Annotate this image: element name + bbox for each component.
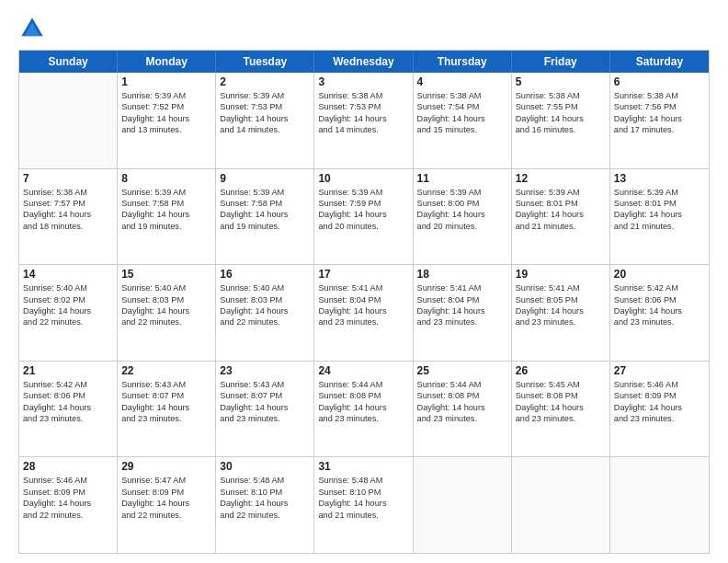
cell-info-line: Sunset: 7:58 PM (121, 198, 211, 209)
cell-info-line: Sunrise: 5:45 AM (516, 379, 606, 390)
cell-info-line: Daylight: 14 hours (23, 498, 113, 509)
day-number: 16 (220, 268, 310, 281)
cell-info-line: Sunset: 8:03 PM (220, 294, 310, 305)
cell-info-line: Sunset: 8:01 PM (614, 198, 705, 209)
day-number: 6 (614, 75, 705, 88)
day-number: 14 (23, 268, 113, 281)
day-number: 18 (417, 268, 507, 281)
cell-info-line: and 22 minutes. (23, 316, 113, 327)
weekday-header-wednesday: Wednesday (314, 51, 413, 73)
day-cell-24: 24Sunrise: 5:44 AMSunset: 8:08 PMDayligh… (314, 362, 413, 457)
day-number: 19 (516, 268, 606, 281)
day-cell-28: 28Sunrise: 5:46 AMSunset: 8:09 PMDayligh… (19, 457, 118, 553)
cell-info-line: and 21 minutes. (318, 510, 408, 521)
cell-info-line: Sunset: 7:58 PM (220, 198, 310, 209)
day-number: 5 (516, 75, 606, 88)
day-number: 20 (614, 268, 705, 281)
weekday-header-monday: Monday (118, 51, 216, 73)
cell-info-line: and 23 minutes. (318, 316, 408, 327)
cell-info-line: Sunset: 8:09 PM (121, 487, 211, 498)
cell-info-line: Sunset: 7:55 PM (516, 101, 606, 112)
day-number: 4 (417, 75, 507, 88)
cell-info-line: Sunset: 8:07 PM (121, 390, 211, 401)
day-cell-19: 19Sunrise: 5:41 AMSunset: 8:05 PMDayligh… (512, 265, 610, 361)
cell-info-line: Sunrise: 5:39 AM (614, 187, 705, 198)
day-number: 12 (516, 172, 606, 185)
cell-info-line: and 23 minutes. (220, 413, 310, 424)
cell-info-line: and 22 minutes. (220, 510, 310, 521)
cell-info-line: Sunrise: 5:48 AM (220, 475, 310, 486)
cell-info-line: Sunset: 8:04 PM (318, 294, 408, 305)
day-number: 9 (220, 172, 310, 185)
header (18, 15, 710, 42)
day-cell-4: 4Sunrise: 5:38 AMSunset: 7:54 PMDaylight… (414, 73, 512, 168)
cell-info-line: Sunrise: 5:39 AM (121, 187, 211, 198)
cell-info-line: Sunset: 8:04 PM (417, 294, 507, 305)
cell-info-line: Daylight: 14 hours (121, 113, 211, 124)
calendar-row-4: 28Sunrise: 5:46 AMSunset: 8:09 PMDayligh… (19, 456, 709, 553)
cell-info-line: Daylight: 14 hours (516, 305, 606, 316)
day-number: 31 (318, 460, 408, 473)
cell-info-line: Sunrise: 5:41 AM (516, 282, 606, 293)
cell-info-line: Sunrise: 5:41 AM (417, 282, 507, 293)
calendar-header: SundayMondayTuesdayWednesdayThursdayFrid… (19, 51, 709, 73)
cell-info-line: Sunrise: 5:40 AM (220, 282, 310, 293)
cell-info-line: Sunset: 8:10 PM (318, 487, 408, 498)
cell-info-line: and 17 minutes. (614, 124, 705, 135)
calendar: SundayMondayTuesdayWednesdayThursdayFrid… (18, 50, 710, 554)
cell-info-line: and 21 minutes. (614, 221, 705, 232)
cell-info-line: Daylight: 14 hours (614, 305, 705, 316)
weekday-header-tuesday: Tuesday (216, 51, 314, 73)
cell-info-line: Sunrise: 5:48 AM (318, 475, 408, 486)
cell-info-line: and 21 minutes. (516, 221, 606, 232)
cell-info-line: and 22 minutes. (220, 316, 310, 327)
day-cell-1: 1Sunrise: 5:39 AMSunset: 7:52 PMDaylight… (118, 73, 216, 168)
cell-info-line: Daylight: 14 hours (220, 498, 310, 509)
weekday-header-saturday: Saturday (610, 51, 709, 73)
cell-info-line: Sunset: 8:01 PM (516, 198, 606, 209)
cell-info-line: Sunset: 7:52 PM (121, 101, 211, 112)
day-cell-9: 9Sunrise: 5:39 AMSunset: 7:58 PMDaylight… (216, 169, 314, 265)
day-cell-17: 17Sunrise: 5:41 AMSunset: 8:04 PMDayligh… (314, 265, 413, 361)
calendar-row-0: 1Sunrise: 5:39 AMSunset: 7:52 PMDaylight… (19, 73, 709, 168)
logo (18, 15, 50, 42)
day-number: 26 (516, 364, 606, 377)
day-cell-31: 31Sunrise: 5:48 AMSunset: 8:10 PMDayligh… (314, 457, 413, 553)
cell-info-line: Daylight: 14 hours (220, 113, 310, 124)
day-number: 2 (220, 75, 310, 88)
day-number: 27 (614, 364, 705, 377)
cell-info-line: and 23 minutes. (23, 413, 113, 424)
cell-info-line: Sunset: 8:05 PM (516, 294, 606, 305)
cell-info-line: Sunset: 8:09 PM (614, 390, 705, 401)
weekday-header-friday: Friday (512, 51, 610, 73)
cell-info-line: Sunrise: 5:38 AM (614, 90, 705, 101)
cell-info-line: and 22 minutes. (23, 510, 113, 521)
cell-info-line: Sunrise: 5:44 AM (318, 379, 408, 390)
cell-info-line: Daylight: 14 hours (121, 209, 211, 220)
cell-info-line: Daylight: 14 hours (220, 402, 310, 413)
empty-cell (610, 457, 709, 553)
cell-info-line: Sunrise: 5:40 AM (23, 282, 113, 293)
cell-info-line: and 23 minutes. (614, 316, 705, 327)
day-cell-2: 2Sunrise: 5:39 AMSunset: 7:53 PMDaylight… (216, 73, 314, 168)
day-cell-22: 22Sunrise: 5:43 AMSunset: 8:07 PMDayligh… (118, 362, 216, 457)
cell-info-line: Sunset: 8:10 PM (220, 487, 310, 498)
day-number: 25 (417, 364, 507, 377)
cell-info-line: Daylight: 14 hours (23, 305, 113, 316)
day-cell-5: 5Sunrise: 5:38 AMSunset: 7:55 PMDaylight… (512, 73, 610, 168)
cell-info-line: and 19 minutes. (220, 221, 310, 232)
calendar-row-3: 21Sunrise: 5:42 AMSunset: 8:06 PMDayligh… (19, 361, 709, 457)
cell-info-line: Sunset: 7:53 PM (318, 101, 408, 112)
cell-info-line: and 18 minutes. (23, 221, 113, 232)
cell-info-line: Daylight: 14 hours (23, 209, 113, 220)
day-cell-16: 16Sunrise: 5:40 AMSunset: 8:03 PMDayligh… (216, 265, 314, 361)
day-number: 8 (121, 172, 211, 185)
cell-info-line: Sunset: 7:59 PM (318, 198, 408, 209)
calendar-body: 1Sunrise: 5:39 AMSunset: 7:52 PMDaylight… (19, 73, 709, 553)
cell-info-line: Sunset: 7:56 PM (614, 101, 705, 112)
cell-info-line: and 20 minutes. (318, 221, 408, 232)
logo-icon (18, 15, 46, 42)
cell-info-line: Daylight: 14 hours (318, 402, 408, 413)
day-number: 1 (121, 75, 211, 88)
day-cell-14: 14Sunrise: 5:40 AMSunset: 8:02 PMDayligh… (19, 265, 118, 361)
